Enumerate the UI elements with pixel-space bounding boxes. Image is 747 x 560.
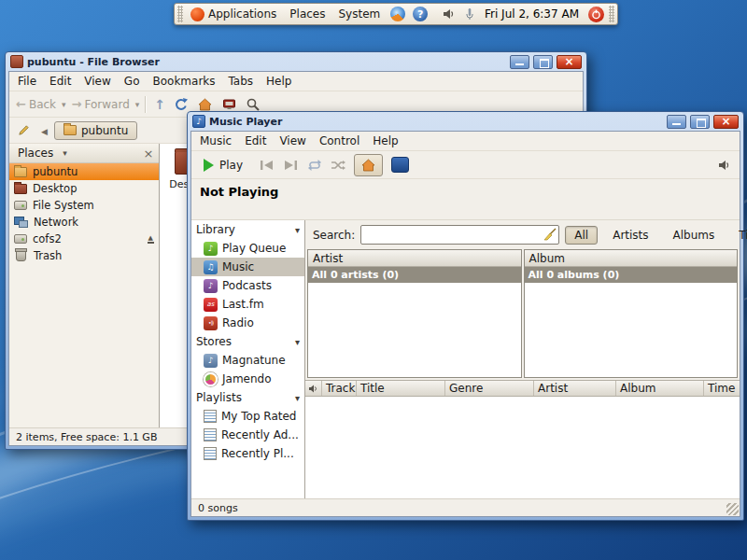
artist-list[interactable] — [308, 283, 521, 377]
shuffle-icon[interactable] — [331, 158, 345, 173]
playlist-label: Recently Pl... — [221, 447, 294, 460]
close-button[interactable] — [557, 55, 582, 69]
maximize-button[interactable] — [533, 55, 553, 69]
trash-icon — [16, 250, 26, 261]
genre-column-header[interactable]: Genre — [445, 381, 534, 396]
menu-go[interactable]: Go — [118, 73, 147, 90]
clear-search-button[interactable] — [543, 228, 557, 241]
sidebar-close-button[interactable] — [141, 147, 156, 161]
path-button-pubuntu[interactable]: pubuntu — [54, 121, 137, 140]
panel-drag-handle[interactable] — [177, 6, 183, 22]
menu-edit[interactable]: Edit — [43, 73, 78, 90]
library-group[interactable]: Library — [191, 220, 304, 239]
source-lastfm[interactable]: Last.fm — [191, 295, 304, 314]
menu-bookmarks[interactable]: Bookmarks — [146, 73, 221, 90]
file-browser-titlebar[interactable]: pubuntu - File Browser — [8, 52, 584, 71]
edit-location-button[interactable] — [13, 120, 35, 140]
applications-menu[interactable]: Applications — [185, 6, 282, 23]
place-label: Desktop — [33, 182, 77, 195]
filter-artists-button[interactable]: Artists — [603, 226, 657, 245]
firefox-launcher[interactable] — [388, 5, 408, 23]
menu-help[interactable]: Help — [260, 73, 298, 90]
menu-view[interactable]: View — [273, 133, 312, 149]
visualization-button[interactable] — [391, 157, 409, 173]
shutdown-button[interactable] — [588, 7, 604, 22]
system-menu[interactable]: System — [332, 6, 386, 22]
home-icon — [360, 158, 376, 173]
source-podcasts[interactable]: Podcasts — [191, 276, 304, 295]
track-list[interactable] — [305, 397, 740, 498]
menu-edit[interactable]: Edit — [238, 133, 273, 149]
desktop[interactable]: Applications Places System Fri Jul 2, 6:… — [0, 0, 747, 560]
filter-all-button[interactable]: All — [565, 226, 598, 245]
album-list[interactable] — [525, 283, 738, 377]
scroll-path-left-button[interactable] — [37, 121, 51, 140]
next-icon[interactable] — [283, 159, 299, 172]
back-button[interactable]: Back — [12, 94, 60, 114]
forward-button[interactable]: Forward — [68, 94, 134, 114]
up-button[interactable] — [150, 94, 169, 115]
tray-applet[interactable] — [461, 6, 478, 22]
resize-grip[interactable] — [726, 503, 739, 515]
place-desktop[interactable]: Desktop — [9, 180, 159, 197]
place-cofs2[interactable]: cofs2 — [9, 231, 159, 247]
volume-control[interactable] — [717, 158, 735, 173]
music-note-icon — [204, 260, 218, 274]
menu-help[interactable]: Help — [366, 133, 404, 149]
place-file-system[interactable]: File System — [9, 197, 159, 214]
artist-all-row[interactable]: All 0 artists (0) — [308, 267, 521, 283]
music-player-titlebar[interactable]: Music Player — [190, 112, 740, 131]
playlists-group[interactable]: Playlists — [191, 388, 304, 407]
track-column-header[interactable]: Track — [322, 381, 357, 396]
place-network[interactable]: Network — [9, 214, 159, 231]
play-button[interactable]: Play — [196, 156, 250, 175]
source-play-queue[interactable]: Play Queue — [191, 239, 304, 258]
eject-icon[interactable] — [148, 235, 154, 244]
menu-music[interactable]: Music — [193, 133, 238, 149]
filter-albums-button[interactable]: Albums — [664, 226, 725, 245]
close-button[interactable] — [713, 115, 739, 129]
browse-button[interactable] — [354, 154, 383, 176]
source-music[interactable]: Music — [191, 258, 304, 276]
clock[interactable]: Fri Jul 2, 6:37 AM — [480, 7, 584, 21]
places-menu[interactable]: Places — [284, 6, 331, 22]
title-column-header[interactable]: Title — [357, 381, 445, 396]
previous-icon[interactable] — [259, 159, 275, 172]
playlist-my-top-rated[interactable]: My Top Rated — [191, 407, 304, 426]
source-radio[interactable]: Radio — [191, 314, 304, 332]
forward-history-dropdown[interactable] — [134, 97, 141, 112]
sidebar-view-selector[interactable]: Places — [12, 146, 73, 161]
album-column-header[interactable]: Album — [525, 250, 738, 267]
back-history-dropdown[interactable] — [61, 97, 67, 112]
source-magnatune[interactable]: Magnatune — [191, 351, 304, 370]
artist-column-header[interactable]: Artist — [534, 381, 616, 396]
stores-group[interactable]: Stores — [191, 332, 304, 351]
magnatune-icon — [204, 354, 218, 368]
menu-view[interactable]: View — [78, 73, 117, 90]
network-icon — [14, 217, 28, 228]
help-launcher[interactable] — [410, 5, 430, 23]
applications-menu-label: Applications — [208, 7, 276, 21]
minimize-button[interactable] — [667, 115, 686, 129]
repeat-icon[interactable] — [307, 158, 322, 173]
filter-titles-button[interactable]: Titles — [729, 226, 747, 245]
menu-tabs[interactable]: Tabs — [222, 73, 261, 90]
artist-column-header[interactable]: Artist — [308, 250, 521, 267]
place-trash[interactable]: Trash — [9, 247, 159, 264]
source-jamendo[interactable]: Jamendo — [191, 370, 304, 388]
ubuntu-logo-icon — [190, 7, 204, 21]
album-column-header[interactable]: Album — [616, 381, 704, 396]
place-pubuntu[interactable]: pubuntu — [9, 163, 159, 180]
album-all-row[interactable]: All 0 albums (0) — [525, 267, 738, 283]
search-input[interactable] — [360, 225, 559, 245]
volume-applet[interactable] — [439, 5, 459, 23]
playlist-recently-added[interactable]: Recently Ad... — [191, 426, 304, 444]
maximize-button[interactable] — [690, 115, 710, 129]
time-column-header[interactable]: Time — [704, 381, 740, 396]
minimize-button[interactable] — [510, 55, 529, 69]
panel-drag-handle-right[interactable] — [609, 6, 614, 22]
menu-control[interactable]: Control — [313, 133, 366, 149]
playing-column-header[interactable] — [305, 381, 322, 396]
playlist-recently-played[interactable]: Recently Pl... — [191, 444, 304, 463]
menu-file[interactable]: File — [11, 73, 43, 90]
